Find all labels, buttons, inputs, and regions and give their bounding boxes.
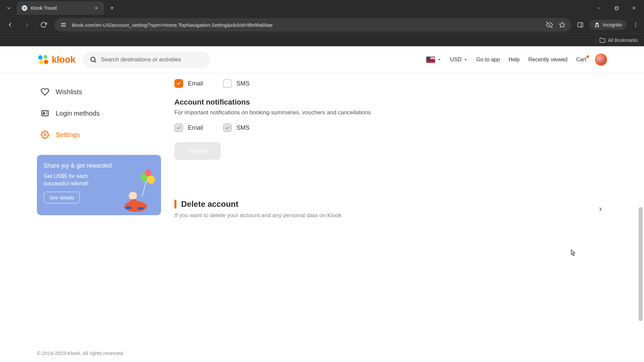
see-details-button[interactable]: See details	[44, 192, 80, 203]
logo[interactable]: klook	[37, 53, 75, 66]
page-content: klook Search destinations or activities …	[0, 46, 644, 362]
site-info-icon[interactable]	[59, 20, 68, 29]
accent-bar	[174, 200, 176, 208]
heart-icon	[40, 87, 50, 97]
minimize-icon[interactable]	[592, 2, 606, 14]
svg-point-34	[129, 192, 137, 200]
recently-viewed-link[interactable]: Recently viewed	[528, 57, 568, 63]
promo-illustration	[119, 170, 159, 213]
language-selector[interactable]	[426, 56, 441, 63]
checkbox-label: Email	[188, 124, 203, 131]
svg-rect-11	[578, 22, 583, 27]
account-checkbox-row: Email SMS	[174, 123, 607, 132]
cart-notification-dot	[586, 55, 589, 58]
checkbox-label: SMS	[236, 124, 250, 131]
svg-point-16	[38, 55, 43, 59]
header-right: USD Go to app Help Recently viewed Cart	[426, 54, 607, 66]
svg-rect-7	[61, 23, 65, 24]
checkbox-unchecked-icon	[223, 79, 232, 88]
search-placeholder: Search destinations or activities	[101, 56, 181, 63]
tab-title: Klook Travel	[31, 5, 90, 11]
chevron-right-icon[interactable]	[594, 202, 607, 216]
all-bookmarks-button[interactable]: All Bookmarks	[608, 38, 638, 43]
sidebar-item-wishlists[interactable]: Wishlists	[37, 81, 161, 103]
side-panel-icon[interactable]	[576, 20, 585, 29]
window-controls	[592, 2, 641, 14]
checkbox-disabled-icon	[223, 123, 232, 132]
svg-point-18	[39, 60, 44, 64]
svg-line-21	[95, 61, 96, 62]
svg-line-32	[142, 181, 146, 196]
sidebar-item-settings[interactable]: Settings	[37, 124, 161, 145]
new-tab-button[interactable]: +	[106, 2, 118, 14]
sidebar-item-label: Settings	[56, 131, 80, 139]
cart-label: Cart	[576, 57, 586, 63]
browser-tab[interactable]: Klook Travel	[17, 1, 104, 15]
svg-point-15	[635, 26, 636, 27]
checkbox-checked-icon	[174, 79, 183, 88]
footer-copyright: © 2014-2023 Klook. All rights reserved.	[37, 350, 124, 356]
url-text: klook.com/en-US/account_setting/?spm=Hom…	[72, 22, 541, 28]
currency-label: USD	[450, 57, 462, 63]
svg-marker-10	[559, 22, 565, 27]
incognito-chip[interactable]: Incognito	[589, 20, 627, 30]
page-scrollbar[interactable]	[638, 46, 643, 362]
settings-main: Email SMS Account notifications For impo…	[174, 73, 607, 228]
svg-point-13	[635, 22, 636, 23]
forward-button[interactable]	[21, 19, 33, 31]
marketing-email-checkbox[interactable]: Email	[174, 79, 203, 88]
incognito-label: Incognito	[603, 22, 622, 27]
checkbox-disabled-icon	[174, 123, 183, 132]
eye-off-icon[interactable]	[545, 20, 554, 29]
currency-selector[interactable]: USD	[450, 57, 468, 63]
account-email-checkbox: Email	[174, 123, 203, 132]
svg-point-28	[44, 134, 46, 136]
chevron-down-icon	[437, 58, 441, 62]
back-button[interactable]	[4, 19, 16, 31]
delete-account-title: Delete account	[181, 199, 238, 209]
delete-account-card[interactable]: Delete account If you want to delete you…	[174, 190, 607, 228]
reload-button[interactable]	[38, 19, 50, 31]
marketing-checkbox-row: Email SMS	[174, 79, 607, 88]
content-wrap: Wishlists Login methods Settings Share j…	[0, 73, 644, 228]
svg-rect-37	[138, 207, 144, 210]
account-sms-checkbox: SMS	[223, 123, 250, 132]
svg-point-17	[44, 55, 47, 58]
incognito-icon	[594, 22, 600, 28]
browser-menu-icon[interactable]	[631, 20, 640, 29]
id-card-icon	[40, 109, 50, 118]
bookmark-star-icon[interactable]	[558, 20, 567, 29]
us-flag-icon	[426, 56, 435, 63]
svg-point-31	[145, 170, 152, 176]
site-header: klook Search destinations or activities …	[0, 46, 644, 73]
cart-link[interactable]: Cart	[576, 57, 586, 63]
scrollbar-thumb[interactable]	[639, 207, 643, 321]
promo-banner[interactable]: Share joy & get rewarded Get US$5 for ea…	[37, 155, 161, 215]
url-box[interactable]: klook.com/en-US/account_setting/?spm=Hom…	[54, 18, 571, 32]
maximize-icon[interactable]	[609, 2, 624, 14]
go-to-app-link[interactable]: Go to app	[476, 57, 500, 63]
update-button[interactable]: Update	[174, 142, 221, 160]
help-link[interactable]: Help	[508, 57, 520, 63]
sidebar-item-login-methods[interactable]: Login methods	[37, 103, 161, 124]
avatar[interactable]	[595, 54, 607, 66]
tabs-search-icon[interactable]	[3, 2, 15, 14]
tab-close-icon[interactable]	[93, 5, 99, 11]
logo-text: klook	[52, 54, 75, 65]
svg-point-14	[635, 24, 636, 25]
svg-rect-8	[61, 25, 65, 26]
checkbox-label: Email	[188, 80, 203, 87]
address-bar: klook.com/en-US/account_setting/?spm=Hom…	[0, 16, 644, 34]
bookmarks-bar: | All Bookmarks	[0, 34, 644, 46]
svg-point-25	[43, 112, 45, 114]
search-input[interactable]: Search destinations or activities	[83, 51, 210, 68]
logo-mark-icon	[37, 53, 50, 66]
svg-rect-36	[125, 206, 131, 209]
promo-subtitle: Get US$5 for each successful referral!	[44, 173, 114, 187]
tab-favicon	[21, 5, 28, 11]
tab-bar: Klook Travel +	[0, 0, 644, 16]
close-window-icon[interactable]	[627, 2, 641, 14]
marketing-sms-checkbox[interactable]: SMS	[223, 79, 250, 88]
sidebar: Wishlists Login methods Settings Share j…	[37, 73, 161, 228]
svg-point-30	[147, 176, 155, 184]
